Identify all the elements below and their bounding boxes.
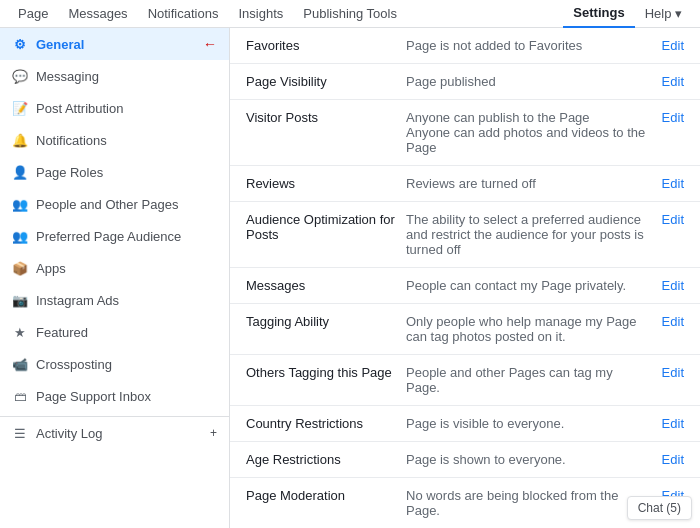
sidebar-label-people-other-pages: People and Other Pages [36,197,217,212]
nav-settings[interactable]: Settings [563,0,634,28]
setting-action-favorites[interactable]: Edit [654,38,684,53]
sidebar-item-page-roles[interactable]: 👤 Page Roles [0,156,229,188]
setting-action-page-visibility[interactable]: Edit [654,74,684,89]
sidebar-label-apps: Apps [36,261,217,276]
nav-notifications[interactable]: Notifications [138,0,229,28]
edit-link-favorites[interactable]: Edit [662,38,684,53]
sidebar-item-activity-log[interactable]: ☰ Activity Log + [0,416,229,449]
edit-link-visitor-posts[interactable]: Edit [662,110,684,125]
sidebar-label-page-support: Page Support Inbox [36,389,217,404]
sidebar-label-instagram-ads: Instagram Ads [36,293,217,308]
chat-button[interactable]: Chat (5) [627,496,692,520]
setting-name-page-moderation: Page Moderation [246,488,406,503]
setting-value-favorites: Page is not added to Favorites [406,38,654,53]
edit-link-others-tagging[interactable]: Edit [662,365,684,380]
sidebar-item-general[interactable]: ⚙ General ← [0,28,229,60]
sidebar-label-featured: Featured [36,325,217,340]
setting-action-audience-optimization[interactable]: Edit [654,212,684,227]
setting-value-age-restrictions: Page is shown to everyone. [406,452,654,467]
top-navigation: Page Messages Notifications Insights Pub… [0,0,700,28]
sidebar-label-activity-log: Activity Log [36,426,202,441]
setting-value-visitor-posts: Anyone can publish to the PageAnyone can… [406,110,654,155]
edit-link-age-restrictions[interactable]: Edit [662,452,684,467]
sidebar-item-post-attribution[interactable]: 📝 Post Attribution [0,92,229,124]
sidebar-label-preferred-audience: Preferred Page Audience [36,229,217,244]
arrow-indicator: ← [203,36,217,52]
setting-value-tagging-ability: Only people who help manage my Page can … [406,314,654,344]
setting-age-restrictions: Age Restrictions Page is shown to everyo… [230,442,700,478]
setting-action-visitor-posts[interactable]: Edit [654,110,684,125]
setting-name-country-restrictions: Country Restrictions [246,416,406,431]
sidebar-item-preferred-audience[interactable]: 👥 Preferred Page Audience [0,220,229,252]
setting-name-reviews: Reviews [246,176,406,191]
setting-value-page-visibility: Page published [406,74,654,89]
crossposting-icon: 📹 [12,356,28,372]
setting-page-visibility: Page Visibility Page published Edit [230,64,700,100]
page-roles-icon: 👤 [12,164,28,180]
sidebar-item-people-other-pages[interactable]: 👥 People and Other Pages [0,188,229,220]
setting-name-messages: Messages [246,278,406,293]
post-attribution-icon: 📝 [12,100,28,116]
sidebar-label-post-attribution: Post Attribution [36,101,217,116]
setting-action-reviews[interactable]: Edit [654,176,684,191]
edit-link-page-visibility[interactable]: Edit [662,74,684,89]
nav-messages[interactable]: Messages [58,0,137,28]
activity-log-icon: ☰ [12,425,28,441]
sidebar-item-messaging[interactable]: 💬 Messaging [0,60,229,92]
setting-messages: Messages People can contact my Page priv… [230,268,700,304]
setting-audience-optimization: Audience Optimization for Posts The abil… [230,202,700,268]
sidebar-label-notifications: Notifications [36,133,217,148]
sidebar: ⚙ General ← 💬 Messaging 📝 Post Attributi… [0,28,230,528]
setting-action-age-restrictions[interactable]: Edit [654,452,684,467]
edit-link-audience-optimization[interactable]: Edit [662,212,684,227]
nav-help[interactable]: Help ▾ [635,0,692,28]
sidebar-item-instagram-ads[interactable]: 📷 Instagram Ads [0,284,229,316]
setting-action-messages[interactable]: Edit [654,278,684,293]
activity-log-expand[interactable]: + [210,426,217,440]
edit-link-messages[interactable]: Edit [662,278,684,293]
edit-link-country-restrictions[interactable]: Edit [662,416,684,431]
setting-value-country-restrictions: Page is visible to everyone. [406,416,654,431]
nav-page[interactable]: Page [8,0,58,28]
preferred-audience-icon: 👥 [12,228,28,244]
sidebar-label-crossposting: Crossposting [36,357,217,372]
sidebar-item-featured[interactable]: ★ Featured [0,316,229,348]
sidebar-label-general: General [36,37,195,52]
sidebar-label-messaging: Messaging [36,69,217,84]
sidebar-label-page-roles: Page Roles [36,165,217,180]
notifications-icon: 🔔 [12,132,28,148]
apps-icon: 📦 [12,260,28,276]
people-icon: 👥 [12,196,28,212]
setting-name-others-tagging: Others Tagging this Page [246,365,406,380]
sidebar-item-apps[interactable]: 📦 Apps [0,252,229,284]
setting-country-restrictions: Country Restrictions Page is visible to … [230,406,700,442]
setting-action-country-restrictions[interactable]: Edit [654,416,684,431]
messaging-icon: 💬 [12,68,28,84]
setting-value-others-tagging: People and other Pages can tag my Page. [406,365,654,395]
nav-publishing-tools[interactable]: Publishing Tools [293,0,407,28]
setting-name-page-visibility: Page Visibility [246,74,406,89]
setting-name-age-restrictions: Age Restrictions [246,452,406,467]
gear-icon: ⚙ [12,36,28,52]
nav-insights[interactable]: Insights [228,0,293,28]
support-icon: 🗃 [12,388,28,404]
setting-action-tagging-ability[interactable]: Edit [654,314,684,329]
star-icon: ★ [12,324,28,340]
setting-others-tagging: Others Tagging this Page People and othe… [230,355,700,406]
setting-visitor-posts: Visitor Posts Anyone can publish to the … [230,100,700,166]
edit-link-tagging-ability[interactable]: Edit [662,314,684,329]
setting-name-visitor-posts: Visitor Posts [246,110,406,125]
setting-name-audience-optimization: Audience Optimization for Posts [246,212,406,242]
edit-link-reviews[interactable]: Edit [662,176,684,191]
sidebar-item-crossposting[interactable]: 📹 Crossposting [0,348,229,380]
setting-value-reviews: Reviews are turned off [406,176,654,191]
setting-reviews: Reviews Reviews are turned off Edit [230,166,700,202]
setting-action-others-tagging[interactable]: Edit [654,365,684,380]
instagram-icon: 📷 [12,292,28,308]
setting-favorites: Favorites Page is not added to Favorites… [230,28,700,64]
setting-name-tagging-ability: Tagging Ability [246,314,406,329]
sidebar-item-notifications[interactable]: 🔔 Notifications [0,124,229,156]
setting-value-audience-optimization: The ability to select a preferred audien… [406,212,654,257]
settings-content: Favorites Page is not added to Favorites… [230,28,700,528]
sidebar-item-page-support[interactable]: 🗃 Page Support Inbox [0,380,229,412]
